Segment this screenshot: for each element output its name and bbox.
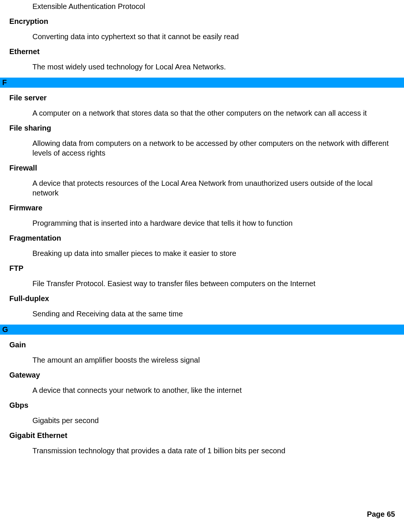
glossary-definition: A device that protects resources of the … <box>0 178 404 198</box>
glossary-definition: Transmission technology that provides a … <box>0 446 404 456</box>
glossary-definition: The most widely used technology for Loca… <box>0 62 404 72</box>
glossary-definition: File Transfer Protocol. Easiest way to t… <box>0 279 404 288</box>
glossary-definition: A device that connects your network to a… <box>0 385 404 395</box>
glossary-term: File server <box>0 94 404 102</box>
glossary-content: Extensible Authentication Protocol Encry… <box>0 1 404 456</box>
glossary-definition: The amount an amplifier boosts the wirel… <box>0 355 404 365</box>
section-header-g: G <box>0 325 404 335</box>
glossary-term: Encryption <box>0 17 404 26</box>
page-number: Page 65 <box>367 510 395 519</box>
glossary-definition: Programming that is inserted into a hard… <box>0 218 404 228</box>
glossary-term: Full-duplex <box>0 294 404 303</box>
glossary-term: Gigabit Ethernet <box>0 431 404 440</box>
glossary-definition: Extensible Authentication Protocol <box>0 1 404 11</box>
glossary-definition: Sending and Receiving data at the same t… <box>0 309 404 319</box>
glossary-term: Gateway <box>0 371 404 379</box>
glossary-definition: Allowing data from computers on a networ… <box>0 138 404 158</box>
section-header-f: F <box>0 78 404 88</box>
glossary-term: Firmware <box>0 204 404 212</box>
glossary-term: FTP <box>0 264 404 273</box>
glossary-definition: Converting data into cyphertext so that … <box>0 32 404 41</box>
glossary-term: Fragmentation <box>0 234 404 242</box>
glossary-term: Firewall <box>0 164 404 172</box>
glossary-definition: Breaking up data into smaller pieces to … <box>0 248 404 258</box>
glossary-term: Ethernet <box>0 47 404 56</box>
glossary-definition: A computer on a network that stores data… <box>0 108 404 118</box>
glossary-term: Gain <box>0 341 404 349</box>
glossary-term: File sharing <box>0 124 404 132</box>
glossary-term: Gbps <box>0 401 404 410</box>
glossary-definition: Gigabits per second <box>0 416 404 425</box>
